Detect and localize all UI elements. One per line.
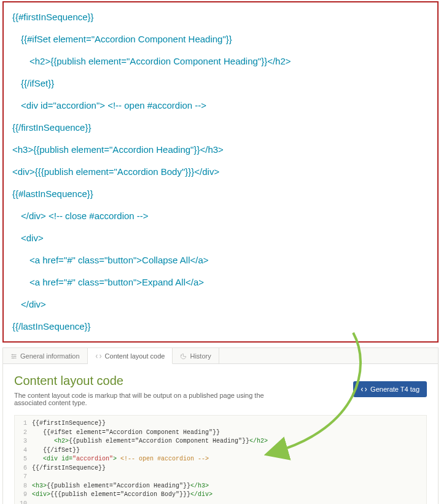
code-editor[interactable]: 1{{#firstInSequence}}2 {{#ifSet element=… — [14, 415, 427, 504]
line-number: 6 — [15, 464, 32, 473]
code-line: {{#firstInSequence}} — [12, 10, 429, 25]
line-number: 7 — [15, 473, 32, 482]
code-line: {{/lastInSequence}} — [12, 319, 429, 334]
code-line: </div> <!-- close #accordion --> — [12, 209, 429, 223]
line-code: {{#firstInSequence}} — [32, 419, 426, 428]
tab-history[interactable]: History — [173, 348, 219, 363]
code-line: <h2>{{publish element="Accordion Compone… — [12, 54, 429, 69]
line-code — [32, 473, 426, 482]
code-line: {{#ifSet element="Accordion Component He… — [12, 32, 429, 47]
button-label: Generate T4 tag — [370, 386, 420, 393]
line-code: <h2>{{publish element="Accordion Compone… — [32, 437, 426, 446]
line-code — [32, 500, 426, 505]
panel-description: The content layout code is markup that w… — [14, 392, 284, 406]
line-code: <div>{{{publish element="Accordion Body"… — [32, 490, 426, 500]
svg-point-2 — [12, 357, 14, 359]
editor-line: 1{{#firstInSequence}} — [15, 419, 426, 428]
tab-bar: General information Content layout code … — [3, 348, 438, 364]
editor-line: 8<h3>{{publish element="Accordion Headin… — [15, 482, 426, 491]
code-line: {{/ifSet}} — [12, 76, 429, 91]
svg-point-1 — [15, 355, 16, 357]
line-number: 5 — [15, 455, 32, 464]
editor-line: 5 <div id="accordion"> <!-- open #accord… — [15, 455, 426, 464]
line-code: {{/firstInSequence}} — [32, 464, 426, 473]
code-line: {{/firstInSequence}} — [12, 120, 429, 135]
history-icon — [180, 353, 187, 360]
line-number: 1 — [15, 419, 32, 428]
code-icon — [95, 353, 102, 360]
sliders-icon — [10, 353, 17, 360]
tab-content-layout-code[interactable]: Content layout code — [88, 348, 173, 364]
editor-line: 2 {{#ifSet element="Accordion Component … — [15, 428, 426, 438]
editor-line: 6{{/firstInSequence}} — [15, 464, 426, 473]
line-code: <div id="accordion"> <!-- open #accordio… — [32, 455, 426, 464]
code-line: <h3>{{publish element="Accordion Heading… — [12, 142, 429, 157]
source-code-box: {{#firstInSequence}} {{#ifSet element="A… — [2, 1, 439, 343]
tab-general-information[interactable]: General information — [3, 348, 88, 363]
editor-line: 9<div>{{{publish element="Accordion Body… — [15, 490, 426, 500]
code-icon — [361, 386, 367, 393]
tab-label: History — [190, 352, 211, 360]
content-layout-panel: General information Content layout code … — [2, 347, 439, 504]
code-line: <div id="accordion"> <!-- open #accordio… — [12, 98, 429, 113]
line-number: 9 — [15, 490, 32, 500]
line-number: 8 — [15, 482, 32, 491]
generate-t4-tag-button[interactable]: Generate T4 tag — [353, 381, 427, 397]
line-number: 10 — [15, 500, 32, 505]
editor-line: 7 — [15, 473, 426, 482]
tab-label: General information — [20, 352, 80, 360]
code-line: </div> — [12, 297, 429, 312]
editor-line: 10 — [15, 500, 426, 505]
svg-point-0 — [12, 354, 13, 355]
line-code: {{/ifSet}} — [32, 446, 426, 456]
line-number: 2 — [15, 428, 32, 438]
code-line: <a href="#" class="button">Expand All</a… — [12, 275, 429, 290]
editor-line: 4 {{/ifSet}} — [15, 446, 426, 456]
code-line: <a href="#" class="button">Collapse All<… — [12, 253, 429, 268]
line-number: 3 — [15, 437, 32, 446]
code-line: <div>{{{publish element="Accordion Body"… — [12, 165, 429, 179]
code-line: <div> — [12, 231, 429, 246]
code-line: {{#lastInSequence}} — [12, 187, 429, 201]
panel-body: Generate T4 tag Content layout code The … — [3, 364, 438, 504]
tab-label: Content layout code — [105, 352, 165, 360]
line-code: {{#ifSet element="Accordion Component He… — [32, 428, 426, 438]
line-number: 4 — [15, 446, 32, 456]
line-code: <h3>{{publish element="Accordion Heading… — [32, 482, 426, 491]
editor-line: 3 <h2>{{publish element="Accordion Compo… — [15, 437, 426, 446]
